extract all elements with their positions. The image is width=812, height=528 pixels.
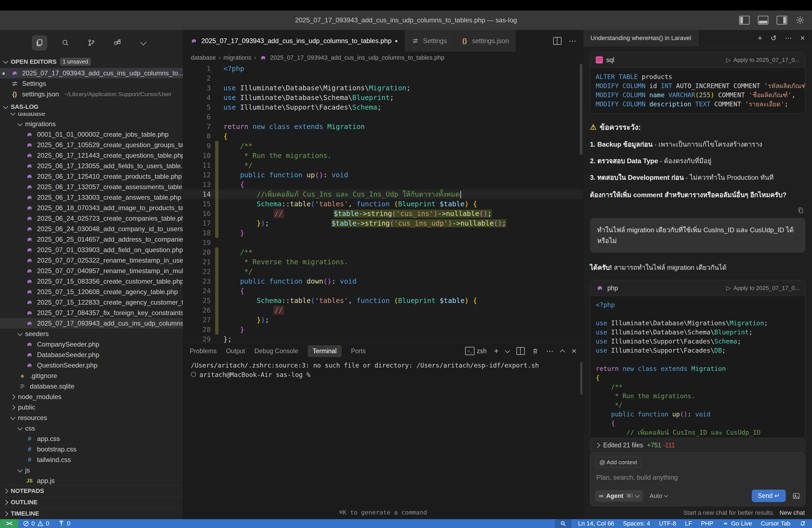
editor-scrollbar[interactable] bbox=[579, 64, 583, 343]
zoom-status-icon[interactable] bbox=[555, 519, 571, 528]
code-line-23[interactable]: 23 public function down(): void bbox=[183, 276, 583, 286]
tree-folder-css[interactable]: css bbox=[0, 423, 183, 434]
ports-status[interactable]: 0 bbox=[58, 520, 70, 527]
tree-folder-resources[interactable]: resources bbox=[0, 413, 183, 423]
remote-indicator[interactable]: >< bbox=[0, 519, 18, 528]
close-panel-icon[interactable]: × bbox=[571, 346, 576, 356]
tree-file-2025_06_24_030048_add_company_id_to_users_tabl...[interactable]: 2025_06_24_030048_add_company_id_to_user… bbox=[0, 224, 183, 234]
add-context-chip[interactable]: @ Add context bbox=[595, 457, 641, 468]
tree-folder-public[interactable]: public bbox=[0, 402, 183, 413]
code-line-20[interactable]: 20 /** bbox=[183, 247, 583, 257]
chat-input-box[interactable]: @ Add context Plan, search, build anythi… bbox=[590, 452, 806, 506]
new-chat-link[interactable]: New chat bbox=[779, 509, 805, 516]
code-line-15[interactable]: 15 Schema::table('tables', function (Blu… bbox=[183, 199, 583, 209]
code-line-29[interactable]: 29}; bbox=[183, 334, 583, 343]
search-icon[interactable] bbox=[58, 35, 73, 50]
terminal-output[interactable]: /Users/aritach/.zshrc:source:3: no such … bbox=[183, 359, 583, 519]
kill-terminal-icon[interactable] bbox=[532, 348, 539, 355]
tree-file-2025_07_15_120608_create_agency_table.php[interactable]: 2025_07_15_120608_create_agency_table.ph… bbox=[0, 287, 183, 297]
tree-file-2025_06_17_123055_add_fields_to_users_table.php[interactable]: 2025_06_17_123055_add_fields_to_users_ta… bbox=[0, 161, 183, 171]
agent-mode-chip[interactable]: ∞Agent ⌘I bbox=[595, 490, 643, 502]
tree-file-2025_06_17_121443_create_questions_table.php[interactable]: 2025_06_17_121443_create_questions_table… bbox=[0, 150, 183, 161]
chat-more-icon[interactable]: ⋯ bbox=[785, 34, 792, 43]
tree-file-tailwind.css[interactable]: #tailwind.css bbox=[0, 455, 183, 465]
tree-folder-seeders[interactable]: seeders bbox=[0, 328, 183, 339]
open-editor-item[interactable]: Settings bbox=[0, 78, 183, 89]
model-auto-chip[interactable]: Auto bbox=[650, 493, 667, 500]
panel-more-icon[interactable]: ⋯ bbox=[546, 347, 553, 356]
tree-file-2025_06_25_014657_add_address_to_companies_tabl...[interactable]: 2025_06_25_014657_add_address_to_compani… bbox=[0, 234, 183, 245]
sidebar-section-notepads[interactable]: NOTEPADS bbox=[0, 485, 183, 497]
attach-image-icon[interactable] bbox=[793, 492, 800, 500]
apply-button[interactable]: ▷Apply to 2025_07_17_0... bbox=[726, 57, 800, 63]
explorer-icon[interactable] bbox=[32, 35, 47, 50]
problems-status[interactable]: 0 0 bbox=[23, 520, 49, 527]
tree-file-2025_07_01_033903_add_field_on_question.php[interactable]: 2025_07_01_033903_add_field_on_question.… bbox=[0, 245, 183, 255]
code-line-25[interactable]: 25 Schema::table('tables', function (Blu… bbox=[183, 296, 583, 305]
toggle-bottom-panel-icon[interactable] bbox=[758, 16, 768, 25]
tree-file-.gitignore[interactable]: ◆.gitignore bbox=[0, 371, 183, 381]
chat-history-icon[interactable]: ↺ bbox=[771, 34, 777, 43]
toggle-right-panel-icon[interactable] bbox=[777, 16, 787, 25]
chat-close-icon[interactable]: × bbox=[800, 34, 805, 43]
split-editor-icon[interactable] bbox=[553, 37, 562, 45]
tree-folder-node_modules[interactable]: node_modules bbox=[0, 392, 183, 402]
workspace-root-header[interactable]: SAS-LOG bbox=[0, 101, 183, 113]
code-line-14[interactable]: 14 //เพิ่มคอลัมภ์ Cus_Ins และ Cus_Ins_Ud… bbox=[183, 189, 583, 199]
chat-input-placeholder[interactable]: Plan, search, build anything bbox=[596, 474, 799, 481]
breadcrumb[interactable]: database› migrations› 2025_07_17_093943_… bbox=[183, 52, 583, 64]
tree-file-2025_07_07_040957_rename_timestamp_in_multiple_t...[interactable]: 2025_07_07_040957_rename_timestamp_in_mu… bbox=[0, 266, 183, 276]
new-terminal-icon[interactable]: + bbox=[494, 346, 499, 356]
tree-file-2025_06_17_105529_create_question_groups_table.php[interactable]: 2025_06_17_105529_create_question_groups… bbox=[0, 140, 183, 150]
encoding[interactable]: UTF-8 bbox=[659, 520, 676, 527]
tree-file-2025_07_15_083356_create_customer_table.php[interactable]: 2025_07_15_083356_create_customer_table.… bbox=[0, 276, 183, 287]
chat-messages[interactable]: sql ▷Apply to 2025_07_17_0... ALTER TABL… bbox=[583, 46, 812, 438]
chat-tab[interactable]: Understanding whereHas() in Laravel bbox=[583, 30, 698, 46]
code-line-26[interactable]: 26 // bbox=[183, 305, 583, 315]
edited-files-bar[interactable]: Edited 21 files +751 -111 bbox=[590, 438, 806, 452]
tree-file-app.js[interactable]: JSapp.js bbox=[0, 475, 183, 485]
chevron-down-icon[interactable] bbox=[135, 35, 151, 50]
panel-tab-terminal[interactable]: Terminal bbox=[308, 345, 342, 357]
sidebar-section-outline[interactable]: OUTLINE bbox=[0, 497, 183, 508]
code-line-5[interactable]: 5use Illuminate\Support\Facades\Schema; bbox=[183, 102, 583, 112]
tree-file-CompanySeeder.php[interactable]: CompanySeeder.php bbox=[0, 339, 183, 350]
tree-file-2025_06_17_132057_create_assessments_table.php[interactable]: 2025_06_17_132057_create_assessments_tab… bbox=[0, 182, 183, 192]
tree-file-2025_07_15_122833_create_agency_customer_table.p...[interactable]: 2025_07_15_122833_create_agency_customer… bbox=[0, 297, 183, 308]
panel-tab-problems[interactable]: Problems bbox=[190, 348, 217, 355]
notifications-bell-icon[interactable] bbox=[799, 520, 806, 527]
indentation[interactable]: Spaces: 4 bbox=[623, 520, 650, 527]
tree-file-bootstrap.css[interactable]: #bootstrap.css bbox=[0, 444, 183, 455]
tree-file-2025_06_18_070343_add_image_to_products_table.p...[interactable]: 2025_06_18_070343_add_image_to_products_… bbox=[0, 203, 183, 213]
code-line-17[interactable]: 17 }); $table->string('cus_ins_udp')->nu… bbox=[183, 218, 583, 228]
tree-file-2025_07_07_025322_rename_timestamp_in_users_tab...[interactable]: 2025_07_07_025322_rename_timestamp_in_us… bbox=[0, 255, 183, 266]
open-editors-header[interactable]: OPEN EDITORS 1 unsaved bbox=[0, 56, 183, 68]
terminal-dropdown-icon[interactable] bbox=[505, 348, 510, 353]
send-button[interactable]: Send ↵ bbox=[752, 489, 786, 502]
tree-file-app.css[interactable]: #app.css bbox=[0, 434, 183, 444]
code-line-28[interactable]: 28 } bbox=[183, 325, 583, 334]
copy-message-icon[interactable] bbox=[590, 207, 804, 214]
code-line-2[interactable]: 2 bbox=[183, 73, 583, 83]
tree-folder-migrations[interactable]: migrations bbox=[0, 119, 183, 129]
code-line-3[interactable]: 3use Illuminate\Database\Migrations\Migr… bbox=[183, 83, 583, 93]
tree-file-2025_06_17_133003_create_answers_table.php[interactable]: 2025_06_17_133003_create_answers_table.p… bbox=[0, 192, 183, 203]
code-line-8[interactable]: 8{ bbox=[183, 131, 583, 141]
tree-file-2025_07_17_084357_fix_foreign_key_constraints.php[interactable]: 2025_07_17_084357_fix_foreign_key_constr… bbox=[0, 308, 183, 318]
tree-file-QuestionSeeder.php[interactable]: QuestionSeeder.php bbox=[0, 360, 183, 371]
tree-folder-js[interactable]: js bbox=[0, 465, 183, 475]
code-line-10[interactable]: 10 * Run the migrations. bbox=[183, 151, 583, 160]
tree-file-2025_06_24_025723_create_companies_table.php[interactable]: 2025_06_24_025723_create_companies_table… bbox=[0, 213, 183, 224]
tree-file-2025_06_17_125410_create_products_table.php[interactable]: 2025_06_17_125410_create_products_table.… bbox=[0, 171, 183, 182]
editor-more-actions-icon[interactable]: ⋯ bbox=[569, 36, 576, 46]
code-line-6[interactable]: 6 bbox=[183, 112, 583, 122]
new-chat-icon[interactable]: + bbox=[758, 34, 762, 43]
settings-gear-icon[interactable] bbox=[795, 15, 805, 25]
toggle-left-panel-icon[interactable] bbox=[739, 16, 750, 25]
open-editor-item[interactable]: ●2025_07_17_093943_add_cus_ins_udp_colum… bbox=[0, 68, 183, 78]
sidebar-section-timeline[interactable]: TIMELINE bbox=[0, 508, 183, 519]
code-line-4[interactable]: 4use Illuminate\Database\Schema\Blueprin… bbox=[183, 93, 583, 102]
code-line-7[interactable]: 7return new class extends Migration bbox=[183, 122, 583, 131]
code-line-9[interactable]: 9 /** bbox=[183, 141, 583, 151]
source-control-icon[interactable] bbox=[84, 35, 99, 50]
